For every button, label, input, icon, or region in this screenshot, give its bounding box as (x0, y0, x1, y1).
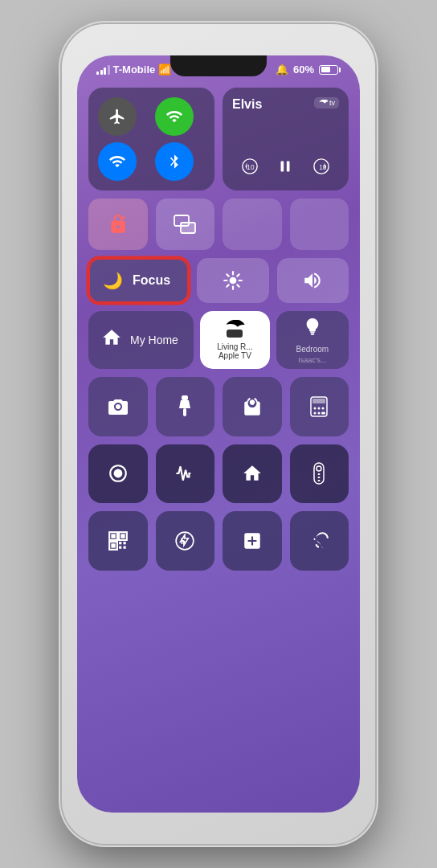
svg-rect-40 (111, 534, 115, 538)
orientation-lock-button[interactable] (88, 199, 148, 250)
bedroom-button[interactable]: Bedroom Isaac's... (276, 311, 349, 369)
svg-point-29 (314, 411, 317, 414)
wifi-icon: 📶 (158, 63, 171, 76)
screen-mirror-button[interactable] (156, 199, 215, 250)
wifi-toggle-button[interactable] (98, 142, 137, 181)
brightness-button[interactable] (197, 258, 268, 303)
svg-rect-21 (182, 395, 188, 400)
cellular-button[interactable] (155, 97, 194, 136)
svg-rect-46 (123, 542, 125, 544)
svg-line-13 (227, 274, 228, 276)
svg-rect-25 (312, 399, 325, 403)
skip-back-button[interactable]: 10 (235, 152, 264, 181)
now-playing-title: Elvis (232, 97, 262, 112)
icon-row-1 (88, 377, 349, 436)
svg-rect-37 (318, 477, 321, 478)
play-pause-button[interactable] (271, 152, 300, 181)
svg-rect-22 (183, 408, 186, 416)
appletv-badge: tv (314, 97, 339, 108)
svg-text:10: 10 (319, 164, 327, 171)
flashlight-button[interactable] (156, 377, 215, 436)
svg-rect-2 (281, 162, 284, 172)
hearing-button[interactable] (290, 511, 349, 571)
apple-tv-line2: Apple TV (217, 351, 252, 360)
svg-line-14 (237, 285, 239, 286)
shazam-button[interactable]: S (156, 511, 215, 571)
focus-button[interactable]: 🌙 Focus (88, 258, 189, 303)
apple-tv-line1: Living R... (217, 342, 252, 351)
home-icon (101, 327, 122, 353)
homekit-button[interactable] (223, 444, 282, 504)
notch (170, 55, 267, 76)
connectivity-tile[interactable] (88, 88, 214, 190)
bedroom-label: Bedroom (296, 345, 329, 354)
skip-forward-button[interactable]: 10 (307, 152, 336, 181)
tile-blank-2[interactable] (290, 199, 349, 250)
svg-rect-3 (287, 162, 290, 172)
qr-code-button[interactable] (88, 511, 148, 571)
timer-button[interactable] (223, 377, 282, 436)
control-center: Elvis tv 10 (88, 88, 349, 801)
svg-rect-17 (227, 330, 243, 338)
camera-button[interactable] (88, 377, 148, 436)
appletv-label: tv (329, 99, 335, 107)
svg-rect-36 (318, 473, 321, 475)
svg-rect-18 (310, 331, 315, 333)
lightbulb-icon (304, 317, 321, 342)
bedroom-sublabel: Isaac's... (298, 356, 326, 364)
svg-rect-7 (181, 223, 195, 233)
battery-tip (339, 68, 341, 72)
svg-point-20 (116, 404, 120, 409)
alarm-icon: 🔔 (276, 63, 288, 76)
apple-tv-button[interactable]: Living R... Apple TV (200, 311, 269, 369)
svg-rect-31 (321, 411, 325, 414)
now-playing-tile[interactable]: Elvis tv 10 (223, 88, 349, 190)
svg-point-30 (318, 411, 321, 414)
svg-point-28 (322, 407, 325, 409)
my-home-label: My Home (130, 334, 178, 346)
home-row: My Home Living R... Apple TV (88, 311, 349, 369)
moon-icon: 🌙 (103, 271, 123, 290)
volume-button[interactable] (277, 258, 349, 303)
apple-tv-text: Living R... Apple TV (217, 342, 252, 360)
focus-label: Focus (133, 273, 170, 288)
calculator-button[interactable] (290, 377, 349, 436)
np-controls[interactable]: 10 1 (232, 152, 339, 181)
battery-pct-label: 60% (293, 63, 314, 76)
voice-memos-button[interactable] (156, 444, 215, 504)
svg-text:10: 10 (247, 164, 255, 171)
svg-rect-48 (123, 546, 125, 548)
bluetooth-button[interactable] (155, 142, 194, 181)
svg-rect-19 (311, 333, 315, 334)
np-header: Elvis tv (232, 97, 339, 112)
svg-point-33 (113, 469, 122, 478)
svg-point-26 (314, 407, 317, 409)
svg-rect-47 (119, 546, 121, 548)
svg-rect-45 (119, 542, 121, 544)
svg-line-16 (237, 274, 239, 276)
svg-line-15 (227, 285, 228, 286)
battery-fill (321, 67, 330, 72)
my-home-button[interactable]: My Home (88, 311, 194, 369)
apple-tv-remote-button[interactable] (290, 444, 349, 504)
notes-add-button[interactable] (223, 511, 282, 571)
apple-tv-logo-icon (223, 320, 246, 341)
signal-icon (96, 65, 110, 75)
top-row: Elvis tv 10 (88, 88, 349, 190)
battery-body (319, 65, 338, 75)
status-right: 🔔 60% (276, 63, 341, 76)
mid-row (88, 199, 349, 250)
phone-screen: T-Mobile 📶 🔔 60% (77, 55, 360, 813)
phone-frame: T-Mobile 📶 🔔 60% (62, 24, 375, 844)
tile-blank-1[interactable] (223, 199, 282, 250)
svg-point-35 (317, 466, 321, 471)
battery-icon (319, 65, 341, 75)
screen-record-button[interactable] (88, 444, 148, 504)
icon-row-3: S (88, 511, 349, 571)
airplane-mode-button[interactable] (98, 97, 137, 136)
svg-rect-42 (120, 534, 125, 538)
svg-point-23 (251, 401, 254, 404)
svg-rect-44 (111, 543, 115, 547)
focus-row: 🌙 Focus (88, 258, 349, 303)
icon-row-2 (88, 444, 349, 504)
